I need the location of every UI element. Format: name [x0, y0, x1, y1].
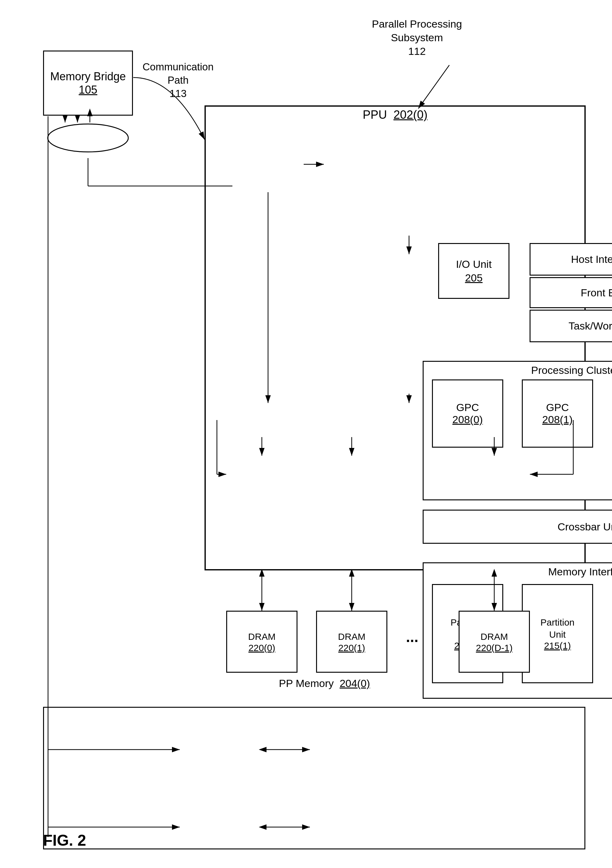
svg-line-4 [418, 65, 449, 108]
pu1-line2: Unit [549, 628, 566, 640]
pu1-num: 215(1) [544, 640, 571, 651]
gpc-box-1: GPC 208(1) [522, 380, 593, 448]
pp-memory-0-label: PP Memory 204(0) [279, 677, 370, 690]
front-end-box: Front End 212 [530, 277, 612, 308]
task-work-label: Task/Work Unit [569, 320, 612, 332]
pca-text: Processing Cluster Array [531, 364, 612, 376]
ppu-outer-num: 202(0) [394, 108, 428, 121]
pps-num: 112 [408, 45, 426, 57]
ppu-outer-label: PPU 202(0) [363, 108, 427, 121]
comm-path-num: 113 [170, 88, 187, 99]
comm-path-text: CommunicationPath [142, 61, 213, 86]
pca-label: Processing Cluster Array 230 [531, 364, 612, 376]
memory-bridge-num: 105 [79, 84, 97, 96]
pp-memory-0-text: PP Memory [279, 677, 334, 689]
dram-box-1: DRAM 220(1) [316, 611, 387, 673]
crossbar-label: Crossbar Unit [558, 521, 612, 533]
gpc0-num: 208(0) [453, 414, 483, 426]
dram-box-n: DRAM 220(D-1) [459, 611, 530, 673]
mi-label: Memory Interface 214 [548, 566, 612, 578]
dram1-label: DRAM [338, 631, 365, 643]
dram0-num: 220(0) [249, 643, 275, 653]
ppu-outer-text: PPU [363, 108, 387, 121]
mi-text: Memory Interface [548, 566, 612, 578]
gpc0-label: GPC [456, 401, 479, 414]
diagram: Memory Bridge 105 CommunicationPath 113 … [0, 0, 612, 868]
bus-ellipse [43, 118, 133, 158]
io-unit-label: I/O Unit [456, 257, 491, 271]
svg-point-0 [48, 124, 128, 152]
memory-bridge-label: Memory Bridge [50, 70, 126, 83]
pp-memory-0-num: 204(0) [340, 677, 370, 689]
task-work-box: Task/Work Unit 207 [530, 310, 612, 342]
io-unit-num: 205 [465, 271, 483, 285]
host-interface-label: Host Interface [571, 253, 612, 265]
io-unit-box: I/O Unit 205 [438, 243, 509, 299]
crossbar-box: Crossbar Unit 210 [423, 510, 612, 544]
dram-box-0: DRAM 220(0) [226, 611, 297, 673]
gpc1-num: 208(1) [542, 414, 573, 426]
dramn-label: DRAM [481, 631, 508, 643]
fig-label: FIG. 2 [43, 831, 86, 849]
dram1-num: 220(1) [338, 643, 365, 653]
ppu-outer-box: PPU 202(0) I/O Unit 205 Host Interface 2… [204, 105, 586, 570]
dram-dots: ··· [406, 632, 418, 649]
host-interface-box: Host Interface 206 [530, 243, 612, 276]
comm-path-label: CommunicationPath 113 [142, 60, 213, 101]
pps-label: Parallel ProcessingSubsystem 112 [372, 17, 462, 58]
gpc-box-0: GPC 208(0) [432, 380, 503, 448]
pu1-line1: Partition [541, 616, 575, 628]
bottom-outer-box: PPU 202(1) PP Memory 204(1) ··· ··· PPU … [43, 707, 585, 849]
memory-bridge-box: Memory Bridge 105 [43, 51, 133, 116]
front-end-label: Front End [581, 287, 612, 299]
dramn-num: 220(D-1) [476, 643, 513, 653]
dram0-label: DRAM [248, 631, 275, 643]
partition-box-1: Partition Unit 215(1) [522, 584, 593, 683]
gpc1-label: GPC [546, 401, 569, 414]
pps-text: Parallel ProcessingSubsystem [372, 18, 462, 43]
